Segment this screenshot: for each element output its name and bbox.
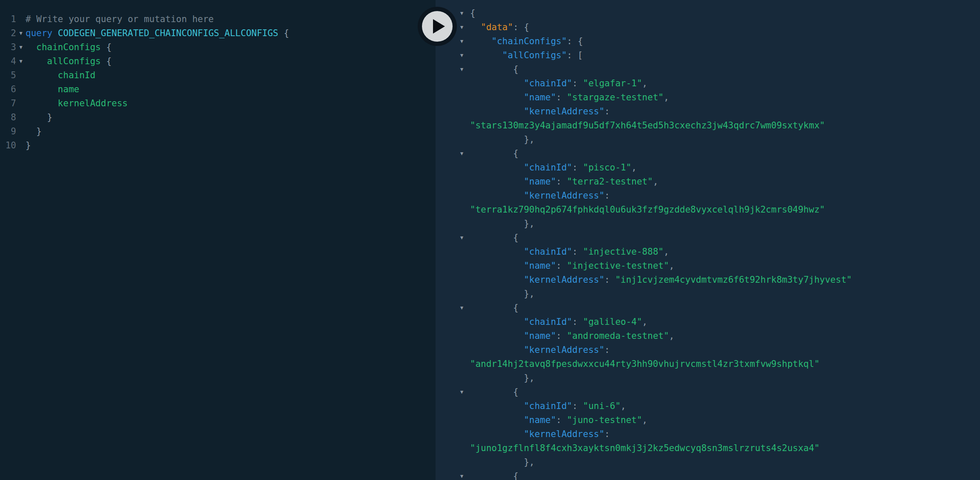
fold-arrow-icon[interactable]: ▼ <box>16 26 26 40</box>
token-punct: { <box>513 148 518 159</box>
fold-arrow-icon[interactable]: ▼ <box>436 231 470 245</box>
response-line: ▼ { <box>436 385 980 399</box>
token-plain <box>26 84 58 94</box>
token-string: "juno-testnet" <box>567 415 642 425</box>
token-string: "injective-888" <box>583 247 664 257</box>
token-plain <box>470 373 524 383</box>
response-line: "kernelAddress": "inj1cvjzem4cyvdmtvmz6f… <box>436 273 980 287</box>
editor-line[interactable]: 3▼ chainConfigs { <box>0 40 436 54</box>
token-plain <box>470 345 524 355</box>
execute-query-button[interactable] <box>418 7 457 46</box>
fold-arrow-icon[interactable]: ▼ <box>436 385 470 399</box>
fold-arrow-icon[interactable]: ▼ <box>436 48 470 62</box>
token-string: "pisco-1" <box>583 162 632 173</box>
token-plain <box>470 317 524 327</box>
code-text: { <box>470 385 518 399</box>
code-text: "chainId": "pisco-1", <box>470 161 637 175</box>
token-punct: , <box>653 176 658 187</box>
token-punct: : <box>556 176 567 187</box>
token-punct: : <box>604 429 610 439</box>
response-line: "name": "stargaze-testnet", <box>436 91 980 105</box>
token-punct: { <box>513 64 518 74</box>
code-text: "kernelAddress": <box>470 189 610 203</box>
token-key: "chainConfigs" <box>492 36 567 46</box>
token-plain <box>470 247 524 257</box>
code-text: kernelAddress <box>26 97 128 111</box>
token-key: "kernelAddress" <box>524 429 604 439</box>
token-plain <box>470 36 492 46</box>
token-punct: , <box>669 331 675 341</box>
token-punct: : <box>556 261 567 271</box>
token-string: "uni-6" <box>583 401 621 411</box>
response-line: "chainId": "pisco-1", <box>436 161 980 175</box>
fold-arrow-icon[interactable]: ▼ <box>436 62 470 77</box>
token-plain <box>470 275 524 285</box>
response-line: ▼ { <box>436 469 980 480</box>
token-key: "chainId" <box>524 317 572 327</box>
token-string: "andromeda-testnet" <box>567 331 669 341</box>
token-plain <box>470 190 524 201</box>
line-number: 5 <box>0 68 16 82</box>
query-editor-pane[interactable]: 1# Write your query or mutation here2▼qu… <box>0 0 436 480</box>
editor-line[interactable]: 9 } <box>0 125 436 139</box>
token-punct: , <box>621 401 626 411</box>
response-line: "stars130mz3y4ajamadf9u5df7xh64t5ed5h3cx… <box>436 119 980 133</box>
token-field: kernelAddress <box>58 98 128 108</box>
token-punct: { <box>513 233 518 243</box>
editor-line[interactable]: 1# Write your query or mutation here <box>0 12 436 26</box>
token-string: "injective-testnet" <box>567 261 669 271</box>
editor-line[interactable]: 8 } <box>0 111 436 125</box>
token-punct: }, <box>524 134 534 145</box>
response-line: "chainId": "uni-6", <box>436 399 980 413</box>
play-button-face <box>422 11 453 42</box>
token-plain <box>470 401 524 411</box>
code-text: { <box>470 469 518 480</box>
response-line: }, <box>436 287 980 301</box>
fold-arrow-icon[interactable]: ▼ <box>436 301 470 315</box>
code-text: "name": "terra2-testnet", <box>470 175 658 189</box>
token-plain <box>26 56 47 66</box>
token-plain <box>470 415 524 425</box>
code-text: "chainId": "injective-888", <box>470 245 669 259</box>
code-text: "juno1gzflnfl8f4cxh3xayktsn0mkj3j2kz5edw… <box>470 441 820 455</box>
fold-arrow-icon[interactable]: ▼ <box>436 469 470 480</box>
editor-line[interactable]: 7 kernelAddress <box>0 97 436 111</box>
token-punct: , <box>664 92 669 102</box>
response-line: ▼ "chainConfigs": { <box>436 34 980 48</box>
code-text: { <box>470 62 518 77</box>
response-line: "kernelAddress": <box>436 105 980 119</box>
token-plain <box>470 289 524 299</box>
token-string: "terra1kz790hq2p674fphkdql0u6uk3fzf9gzdd… <box>470 204 825 215</box>
token-punct: }, <box>524 289 534 299</box>
response-line: }, <box>436 217 980 231</box>
token-punct: { <box>513 387 518 397</box>
code-text: "terra1kz790hq2p674fphkdql0u6uk3fzf9gzdd… <box>470 203 825 217</box>
token-plain <box>26 42 36 52</box>
token-punct: : <box>604 106 610 116</box>
response-line: "name": "terra2-testnet", <box>436 175 980 189</box>
query-editor-lines[interactable]: 1# Write your query or mutation here2▼qu… <box>0 12 436 153</box>
token-punct: } <box>26 140 31 151</box>
token-key: "chainId" <box>524 401 572 411</box>
response-line: "name": "andromeda-testnet", <box>436 329 980 343</box>
editor-line[interactable]: 6 name <box>0 82 436 97</box>
response-line: "chainId": "galileo-4", <box>436 315 980 329</box>
response-line: ▼ { <box>436 62 980 77</box>
code-text: allConfigs { <box>26 54 111 68</box>
fold-arrow-icon[interactable]: ▼ <box>16 54 26 68</box>
token-string: "juno1gzflnfl8f4cxh3xayktsn0mkj3j2kz5edw… <box>470 443 820 453</box>
editor-line[interactable]: 10} <box>0 139 436 153</box>
token-punct: : <box>604 275 615 285</box>
token-comment: # Write your query or mutation here <box>26 14 214 24</box>
fold-arrow-icon[interactable]: ▼ <box>436 147 470 161</box>
editor-line[interactable]: 4▼ allConfigs { <box>0 54 436 68</box>
editor-line[interactable]: 2▼query CODEGEN_GENERATED_CHAINCONFIGS_A… <box>0 26 436 40</box>
response-line: ▼ "data": { <box>436 20 980 34</box>
code-text: }, <box>470 133 535 147</box>
token-key: "name" <box>524 176 556 187</box>
fold-arrow-icon[interactable]: ▼ <box>16 40 26 54</box>
token-punct: { <box>106 56 112 66</box>
token-plain <box>470 50 502 60</box>
editor-line[interactable]: 5 chainId <box>0 68 436 82</box>
token-plain <box>470 106 524 116</box>
